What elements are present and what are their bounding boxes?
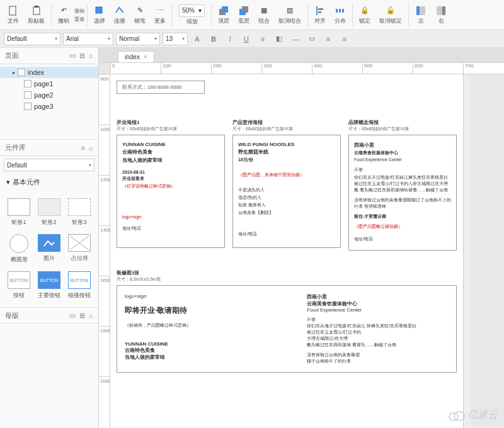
ruler-tick: 300 (261, 63, 312, 74)
banner-section[interactable]: 装修图1张 尺寸：8.3m长x3.5m高 logo+sign 即将开业·敬请期待… (117, 269, 457, 373)
color-btn[interactable]: A (190, 33, 204, 45)
page-page3[interactable]: page3 (0, 101, 98, 112)
more-tool[interactable]: ⋯ 更多 (151, 4, 169, 26)
page-page2[interactable]: page2 (0, 89, 98, 101)
group-tool[interactable]: ▦组合 (255, 4, 273, 26)
poster-2[interactable]: 产品宣传海报 尺寸：60x80挂折商广告架/X牌 WILD FUNGI NOOD… (232, 119, 341, 251)
distribute-tool[interactable]: 分布 (331, 4, 350, 26)
lock-tool[interactable]: 🔒锁定 (355, 4, 374, 26)
button-icon: BUTTON (38, 271, 60, 289)
underline-btn[interactable]: U (239, 33, 253, 45)
italic-btn[interactable]: I (223, 33, 237, 45)
widget-primary-button[interactable]: BUTTON主要按钮 (35, 269, 63, 302)
body: 留住·才更懂云南 (354, 214, 386, 218)
close-icon[interactable]: × (144, 54, 147, 60)
add-folder-icon[interactable]: ⊞ (79, 52, 85, 60)
canvas[interactable]: 联系方式：188-8888-8888 开业海报1 尺寸：60x80挂折商广告架/… (110, 74, 463, 428)
poster-spec: 尺寸：60x80挂折商广告架/X牌 (232, 126, 341, 132)
redo-stack[interactable]: 撤销 重做 (74, 8, 84, 23)
body: 不管 (354, 167, 451, 173)
weight-select[interactable]: Normal▾ (116, 33, 160, 45)
dock-right-icon (435, 5, 447, 16)
right-label: 右 (438, 17, 444, 25)
align-l-btn[interactable]: ≡ (321, 33, 335, 45)
widget-label: 矩形3 (72, 218, 86, 227)
page-icon (24, 91, 32, 99)
fill-btn[interactable]: ◧ (272, 33, 286, 45)
dock-left[interactable]: 左 (411, 4, 430, 26)
button-icon: BUTTON (8, 271, 30, 289)
widget-ellipse[interactable]: 椭圆形 (5, 232, 33, 266)
chevron-down-icon: ▾ (6, 178, 10, 186)
line-btn[interactable]: — (289, 33, 302, 45)
clipboard-group[interactable]: 剪贴板 (24, 4, 49, 26)
lib-menu-icon[interactable]: ≡ (81, 144, 85, 152)
widget-image[interactable]: 图片 (35, 232, 63, 266)
watermark: 亿速云 (447, 408, 498, 422)
library-preset-val: Default (7, 162, 27, 169)
poster-3[interactable]: 品牌概念海报 尺寸：60x80挂折商广告架/X牌 西南小里 云南美食饮服体验中心… (348, 119, 457, 251)
select-label: 选择 (94, 17, 105, 25)
widget-label: 主要按钮 (38, 291, 60, 300)
zoom-select[interactable]: 50%▾ (179, 4, 205, 17)
contact-box[interactable]: 联系方式：188-8888-8888 (117, 81, 205, 94)
headline: 云南特色美食 (122, 149, 219, 155)
library-panel: 元件库 ≡⌕ Default▾ ▾基本元件 矩形1 矩形2 矩形3 椭圆形 图片… (0, 140, 98, 428)
ungroup-tool[interactable]: ▨取消组合 (275, 4, 305, 26)
svg-rect-15 (416, 6, 420, 15)
ruler-vertical: 800100012001400160018002000 (99, 74, 110, 428)
widget-button[interactable]: BUTTON按钮 (5, 269, 33, 302)
select-tool[interactable]: 选择 (90, 4, 109, 26)
distribute-icon (335, 5, 346, 16)
svg-rect-12 (339, 9, 341, 13)
align-c-btn[interactable]: ≡ (338, 33, 352, 45)
scrollbar-v[interactable] (463, 74, 471, 428)
rect-icon (38, 198, 60, 216)
widget-label: 占位符 (71, 254, 88, 262)
poster-box: WILD FUNGI NOODLES 野生菌菇米线 18元/份 （图产品图，具体… (232, 135, 341, 248)
library-preset[interactable]: Default▾ (4, 159, 94, 171)
poster-1[interactable]: 开业海报1 尺寸：60x80挂折商广告架/X牌 YUNNAN CUISINE 云… (117, 119, 225, 251)
font-select[interactable]: Arial▾ (63, 33, 113, 45)
ruler-tick: 100 (161, 63, 211, 74)
master-search-icon[interactable]: ⌕ (89, 312, 93, 320)
file-group[interactable]: 文件 (4, 4, 23, 26)
search-icon[interactable]: ⌕ (89, 52, 93, 60)
unlock-tool[interactable]: 🔓取消锁定 (375, 4, 406, 26)
svg-rect-13 (342, 9, 344, 13)
page-index[interactable]: ▸index (0, 67, 98, 78)
page-page1[interactable]: page1 (0, 78, 98, 89)
more-icon: ⋯ (154, 5, 166, 16)
undo-group[interactable]: ↶ 撤销 (54, 4, 73, 26)
bullets-btn[interactable]: ≡ (256, 33, 270, 45)
align-tool[interactable]: 对齐 (311, 4, 329, 26)
widget-link-button[interactable]: BUTTON链接按钮 (66, 269, 93, 302)
bottom-tool[interactable]: 底层 (234, 4, 253, 26)
add-page-icon[interactable]: ▭ (69, 52, 76, 60)
widget-rect1[interactable]: 矩形1 (5, 196, 33, 229)
canvas-scroll[interactable]: 800100012001400160018002000 联系方式：188-888… (99, 74, 504, 428)
widget-rect2[interactable]: 矩形2 (35, 196, 63, 229)
poster-row: 开业海报1 尺寸：60x80挂折商广告架/X牌 YUNNAN CUISINE 云… (117, 119, 457, 251)
body: 云南美食【删除】 (238, 210, 335, 216)
add-master-icon[interactable]: ▭ (69, 312, 76, 320)
bold-btn[interactable]: B (207, 33, 220, 45)
style-preset[interactable]: Default▾ (4, 33, 60, 45)
master-folder-icon[interactable]: ⊞ (79, 312, 85, 320)
pen-tool[interactable]: ✎ 钢笔 (130, 4, 149, 26)
top-tool[interactable]: 顶层 (214, 4, 233, 26)
widget-placeholder[interactable]: 占位符 (66, 232, 93, 266)
group-icon: ▦ (258, 5, 270, 16)
pen-icon: ✎ (134, 5, 146, 16)
connect-tool[interactable]: 连接 (110, 4, 129, 26)
widget-rect3[interactable]: 矩形3 (66, 196, 93, 229)
headline: Food Experience Center (354, 157, 451, 162)
dock-right[interactable]: 右 (432, 4, 450, 26)
banner-right: 西南小里 云南美食饮服体验中心 Food Experience Center 不… (307, 293, 449, 364)
size-select[interactable]: 13▾ (163, 33, 188, 45)
date: 2019-08-31 (122, 170, 145, 174)
border-btn[interactable]: ▭ (305, 33, 319, 45)
basic-section[interactable]: ▾基本元件 (0, 174, 98, 191)
lib-search-icon[interactable]: ⌕ (89, 144, 93, 152)
tab-index[interactable]: index× (118, 51, 154, 62)
